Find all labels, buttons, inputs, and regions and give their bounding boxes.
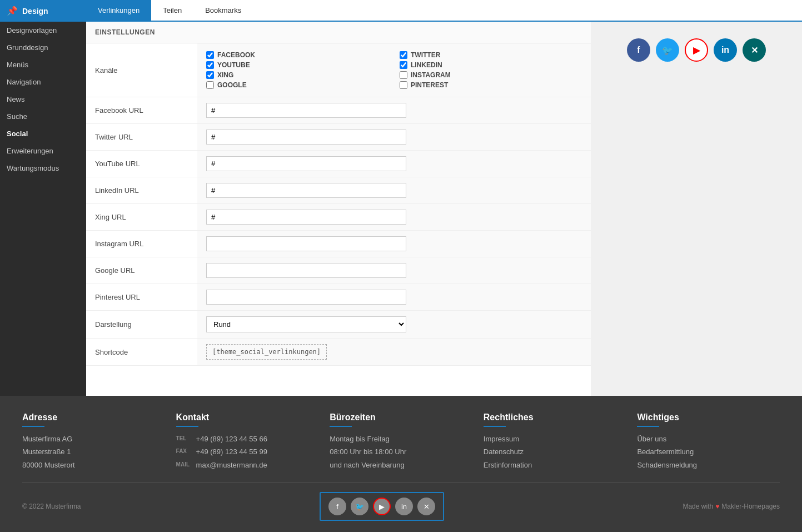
- footer-tel-row: TEL +49 (89) 123 44 55 66: [176, 432, 319, 445]
- heart-icon: ♥: [715, 503, 719, 510]
- sidebar-item-news[interactable]: News: [0, 91, 86, 108]
- tab-verlinkungen[interactable]: Verlinkungen: [86, 0, 151, 21]
- table-row-darstellung: Darstellung Rund Eckig Ohne: [86, 311, 591, 339]
- footer-twitter-icon[interactable]: 🐦: [351, 498, 368, 515]
- footer-bedarfsermittlung-link[interactable]: Bedarfsermittlung: [637, 445, 780, 458]
- checkbox-pinterest[interactable]: PINTEREST: [400, 81, 582, 89]
- sidebar-item-navigation[interactable]: Navigation: [0, 73, 86, 91]
- checkbox-linkedin[interactable]: LINKEDIN: [400, 61, 582, 69]
- field-label-xing-url: Xing URL: [86, 204, 197, 231]
- google-url-input[interactable]: [206, 263, 406, 278]
- sidebar-item-suche[interactable]: Suche: [0, 108, 86, 125]
- field-label-facebook-url: Facebook URL: [86, 97, 197, 124]
- field-label-youtube-url: YouTube URL: [86, 151, 197, 177]
- twitter-url-input[interactable]: [206, 130, 406, 145]
- preview-twitter-icon[interactable]: 🐦: [656, 38, 679, 62]
- footer-youtube-icon[interactable]: ▶: [373, 498, 391, 515]
- field-label-pinterest-url: Pinterest URL: [86, 284, 197, 311]
- table-row-instagram-url: Instagram URL: [86, 231, 591, 257]
- instagram-url-input[interactable]: [206, 236, 406, 251]
- footer-col-buerozeiten: Bürozeiten Montag bis Freitag 08:00 Uhr …: [330, 412, 472, 471]
- table-row-kanaele: Kanäle FACEBOOK TWITTER: [86, 43, 591, 97]
- footer: Adresse Musterfirma AG Musterstraße 1 80…: [0, 396, 802, 532]
- shortcode-value: [theme_social_verlinkungen]: [206, 344, 327, 360]
- sidebar: 📌 Design Designvorlagen Grunddesign Menü…: [0, 0, 86, 396]
- sidebar-item-wartungsmodus[interactable]: Wartungsmodus: [0, 160, 86, 177]
- footer-mail-label: MAIL: [176, 459, 193, 470]
- preview-facebook-icon[interactable]: f: [627, 38, 650, 62]
- footer-col-kontakt: Kontakt TEL +49 (89) 123 44 55 66 FAX +4…: [176, 412, 319, 471]
- tab-teilen[interactable]: Teilen: [151, 0, 193, 21]
- field-value-facebook-url: [197, 97, 591, 124]
- footer-ueber-uns-link[interactable]: Über uns: [637, 432, 780, 445]
- preview-xing-icon[interactable]: ✕: [743, 38, 766, 62]
- footer-bottom: © 2022 Musterfirma f 🐦 ▶ in ✕ Made with …: [22, 483, 780, 521]
- footer-col-adresse: Adresse Musterfirma AG Musterstraße 1 80…: [22, 412, 165, 471]
- footer-rechtliches-heading: Rechtliches: [484, 412, 626, 427]
- checkbox-twitter[interactable]: TWITTER: [400, 51, 582, 59]
- footer-datenschutz-link[interactable]: Datenschutz: [484, 445, 626, 458]
- pin-icon: 📌: [7, 6, 18, 16]
- facebook-url-input[interactable]: [206, 103, 406, 118]
- footer-bottom-right: Made with ♥ Makler-Homepages: [683, 503, 780, 510]
- footer-impressum-link[interactable]: Impressum: [484, 432, 626, 445]
- tab-bookmarks[interactable]: Bookmarks: [193, 0, 253, 21]
- footer-col-rechtliches: Rechtliches Impressum Datenschutz Erstin…: [484, 412, 626, 471]
- preview-area: f 🐦 ▶ in ✕: [591, 22, 802, 396]
- linkedin-url-input[interactable]: [206, 183, 406, 198]
- field-value-shortcode: [theme_social_verlinkungen]: [197, 339, 591, 366]
- field-value-instagram-url: [197, 231, 591, 257]
- checkbox-facebook[interactable]: FACEBOOK: [206, 51, 388, 59]
- main-content: Verlinkungen Teilen Bookmarks EINSTELLUN…: [86, 0, 802, 396]
- footer-xing-icon[interactable]: ✕: [417, 498, 435, 515]
- footer-schadensmeldung-link[interactable]: Schadensmeldung: [637, 459, 780, 471]
- footer-tel-value: +49 (89) 123 44 55 66: [196, 432, 267, 445]
- sidebar-design-header[interactable]: 📌 Design: [0, 0, 86, 22]
- footer-mail-row: MAIL max@mustermann.de: [176, 459, 319, 471]
- checkbox-google[interactable]: GOOGLE: [206, 81, 388, 89]
- footer-facebook-icon[interactable]: f: [328, 498, 346, 515]
- sidebar-item-erweiterungen[interactable]: Erweiterungen: [0, 142, 86, 160]
- table-row-shortcode: Shortcode [theme_social_verlinkungen]: [86, 339, 591, 366]
- field-label-kanaele: Kanäle: [86, 43, 197, 97]
- preview-youtube-icon[interactable]: ▶: [685, 38, 708, 62]
- footer-buero-line3: und nach Vereinbarung: [330, 459, 472, 471]
- table-row-linkedin-url: LinkedIn URL: [86, 177, 591, 204]
- field-value-twitter-url: [197, 124, 591, 151]
- footer-top: Adresse Musterfirma AG Musterstraße 1 80…: [22, 412, 780, 483]
- table-row-xing-url: Xing URL: [86, 204, 591, 231]
- darstellung-select[interactable]: Rund Eckig Ohne: [206, 316, 406, 332]
- sidebar-item-menus[interactable]: Menüs: [0, 56, 86, 73]
- field-label-shortcode: Shortcode: [86, 339, 197, 366]
- footer-adresse-line3: 80000 Musterort: [22, 459, 165, 471]
- sidebar-item-social[interactable]: Social: [0, 125, 86, 142]
- checkbox-instagram[interactable]: INSTAGRAM: [400, 71, 582, 79]
- youtube-url-input[interactable]: [206, 156, 406, 171]
- social-icons-preview: f 🐦 ▶ in ✕: [627, 38, 766, 62]
- table-row-facebook-url: Facebook URL: [86, 97, 591, 124]
- field-value-pinterest-url: [197, 284, 591, 311]
- field-value-kanaele: FACEBOOK TWITTER YOUTUBE: [197, 43, 591, 97]
- checkbox-grid: FACEBOOK TWITTER YOUTUBE: [206, 49, 582, 91]
- field-label-google-url: Google URL: [86, 257, 197, 284]
- footer-linkedin-icon[interactable]: in: [395, 498, 413, 515]
- field-label-darstellung: Darstellung: [86, 311, 197, 339]
- footer-tel-label: TEL: [176, 432, 193, 444]
- footer-erstinformation-link[interactable]: Erstinformation: [484, 459, 626, 471]
- pinterest-url-input[interactable]: [206, 290, 406, 305]
- table-row-twitter-url: Twitter URL: [86, 124, 591, 151]
- sidebar-item-designvorlagen[interactable]: Designvorlagen: [0, 22, 86, 39]
- xing-url-input[interactable]: [206, 210, 406, 225]
- field-value-google-url: [197, 257, 591, 284]
- field-value-linkedin-url: [197, 177, 591, 204]
- checkbox-youtube[interactable]: YOUTUBE: [206, 61, 388, 69]
- footer-fax-label: FAX: [176, 445, 193, 456]
- preview-linkedin-icon[interactable]: in: [714, 38, 737, 62]
- sidebar-item-grunddesign[interactable]: Grunddesign: [0, 39, 86, 56]
- field-label-twitter-url: Twitter URL: [86, 124, 197, 151]
- tabs-bar: Verlinkungen Teilen Bookmarks: [86, 0, 802, 22]
- footer-buero-line2: 08:00 Uhr bis 18:00 Uhr: [330, 445, 472, 458]
- footer-buero-line1: Montag bis Freitag: [330, 432, 472, 445]
- checkbox-xing[interactable]: XING: [206, 71, 388, 79]
- field-value-darstellung: Rund Eckig Ohne: [197, 311, 591, 339]
